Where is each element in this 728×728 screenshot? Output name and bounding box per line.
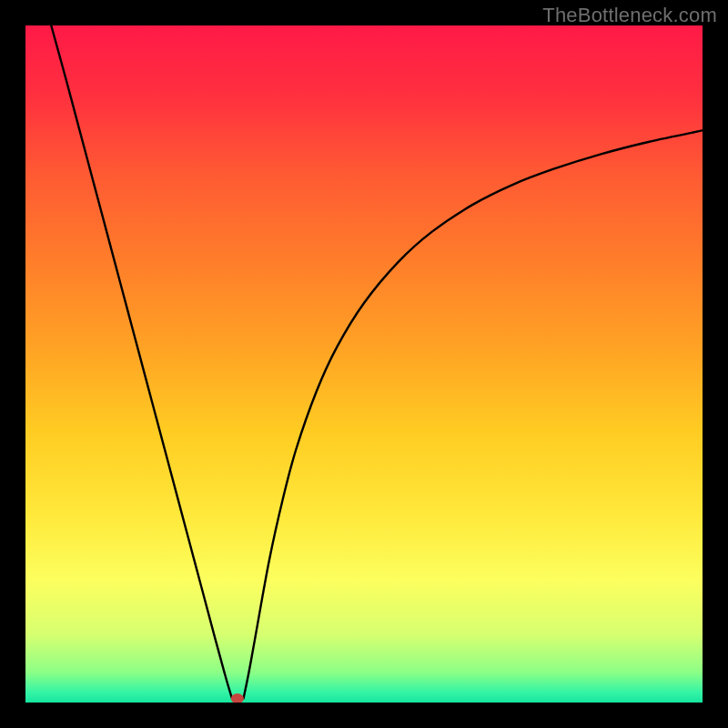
watermark-text: TheBottleneck.com	[542, 4, 717, 27]
gradient-background	[25, 25, 703, 703]
chart-svg	[25, 25, 703, 703]
chart-frame: TheBottleneck.com	[0, 0, 728, 728]
plot-area	[25, 25, 703, 703]
